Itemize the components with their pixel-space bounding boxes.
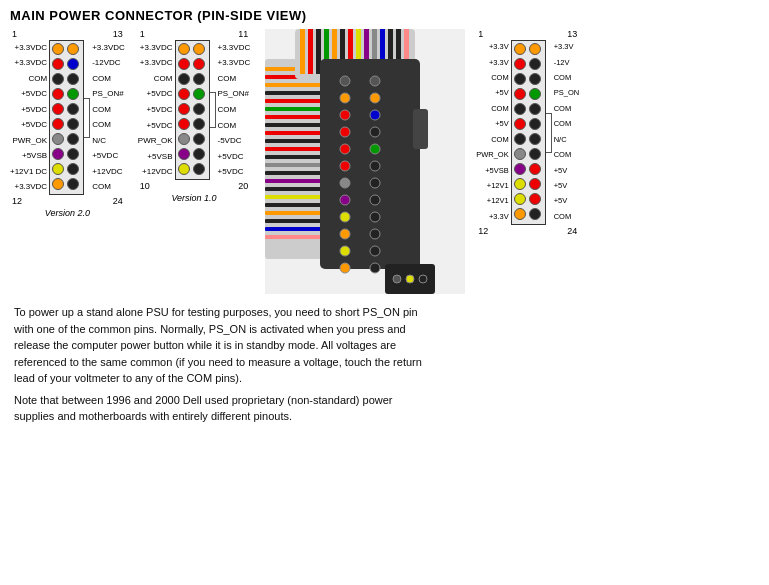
svg-rect-10 — [265, 131, 323, 135]
rp-5-2 — [529, 103, 541, 115]
pin-1-1 — [52, 43, 64, 55]
rp-9-1 — [514, 163, 526, 175]
pin-5-2 — [67, 103, 79, 115]
rp-2-1 — [514, 58, 526, 70]
svg-rect-23 — [265, 235, 323, 239]
v10-pin-7-1 — [178, 133, 190, 145]
v10-pin-1-1 — [178, 43, 190, 55]
rp-2-2 — [529, 58, 541, 70]
svg-point-47 — [340, 178, 350, 188]
v20-right-labels: +3.3VDC -12VDC COM PS_ON# COM COM N/C +5… — [90, 40, 125, 195]
connector-photo-svg — [265, 29, 465, 294]
rp-4-1 — [514, 88, 526, 100]
description-para1: To power up a stand alone PSU for testin… — [14, 304, 434, 387]
diagrams-section: 1 13 +3.3VDC +3.3VDC COM +5VDC +5VDC +5V… — [10, 29, 759, 294]
rp-7-2 — [529, 133, 541, 145]
v20-bot-right-num: 24 — [113, 196, 123, 206]
v20-left-labels: +3.3VDC +3.3VDC COM +5VDC +5VDC +5VDC PW… — [10, 40, 49, 195]
pin-6-2 — [67, 118, 79, 130]
svg-rect-15 — [265, 171, 323, 175]
svg-rect-26 — [308, 29, 313, 74]
v10-pin-1-2 — [193, 43, 205, 55]
right-diagram: 1 13 +3.3V +3.3V COM +5V COM +5V COM PWR… — [476, 29, 579, 236]
svg-point-44 — [340, 127, 350, 137]
svg-point-42 — [340, 93, 350, 103]
svg-rect-12 — [265, 147, 323, 151]
rp-12-2 — [529, 208, 541, 220]
svg-point-64 — [370, 263, 380, 273]
v10-top-left-num: 1 — [140, 29, 145, 39]
v10-pin-5-1 — [178, 103, 190, 115]
svg-rect-5 — [265, 91, 323, 95]
pin-3-1 — [52, 73, 64, 85]
right-right-labels: +3.3V -12V COM PS_ON COM COM N/C COM +5V… — [552, 40, 579, 225]
svg-rect-8 — [265, 115, 323, 119]
svg-rect-11 — [265, 139, 323, 143]
v10-pin-9-2 — [193, 163, 205, 175]
v10-pin-5-2 — [193, 103, 205, 115]
pin-3-2 — [67, 73, 79, 85]
v10-label: Version 1.0 — [171, 193, 216, 203]
svg-point-49 — [340, 212, 350, 222]
main-container: MAIN POWER CONNECTOR (PIN-SIDE VIEW) 1 1… — [0, 0, 769, 585]
svg-point-41 — [340, 76, 350, 86]
svg-rect-25 — [300, 29, 305, 74]
svg-rect-14 — [265, 163, 323, 167]
v10-pin-6-2 — [193, 118, 205, 130]
svg-point-45 — [340, 144, 350, 154]
svg-point-59 — [370, 178, 380, 188]
svg-rect-21 — [265, 219, 323, 223]
svg-point-62 — [370, 229, 380, 239]
v20-top-left-num: 1 — [12, 29, 17, 39]
svg-rect-7 — [265, 107, 323, 111]
description-section: To power up a stand alone PSU for testin… — [10, 304, 759, 425]
rp-9-2 — [529, 163, 541, 175]
rp-12-1 — [514, 208, 526, 220]
rp-10-1 — [514, 178, 526, 190]
right-bot-right-num: 24 — [567, 226, 577, 236]
pin-4-1 — [52, 88, 64, 100]
page-title: MAIN POWER CONNECTOR (PIN-SIDE VIEW) — [10, 8, 759, 23]
svg-rect-19 — [265, 203, 323, 207]
rp-4-2 — [529, 88, 541, 100]
rp-7-1 — [514, 133, 526, 145]
v10-pin-9-1 — [178, 163, 190, 175]
rp-3-1 — [514, 73, 526, 85]
svg-point-53 — [370, 76, 380, 86]
rp-1-2 — [529, 43, 541, 55]
v10-diagram: 1 11 +3.3VDC +3.3VDC COM +5VDC +5VDC +5V… — [138, 29, 250, 203]
v10-pin-8-1 — [178, 148, 190, 160]
v10-right-labels: +3.3VDC +3.3VDC COM PS_ON# COM COM -5VDC… — [216, 40, 251, 180]
svg-point-51 — [340, 246, 350, 256]
svg-point-46 — [340, 161, 350, 171]
svg-point-43 — [340, 110, 350, 120]
svg-point-67 — [406, 275, 414, 283]
v20-diagram: 1 13 +3.3VDC +3.3VDC COM +5VDC +5VDC +5V… — [10, 29, 125, 218]
rp-5-1 — [514, 103, 526, 115]
rp-3-2 — [529, 73, 541, 85]
v10-bot-left-num: 10 — [140, 181, 150, 191]
v10-pin-2-1 — [178, 58, 190, 70]
description-para2: Note that between 1996 and 2000 Dell use… — [14, 392, 434, 425]
pin-4-2 — [67, 88, 79, 100]
rp-6-2 — [529, 118, 541, 130]
connector-photo — [265, 29, 465, 294]
v10-pin-4-2 — [193, 88, 205, 100]
svg-rect-17 — [265, 187, 323, 191]
rp-6-1 — [514, 118, 526, 130]
svg-rect-6 — [265, 99, 323, 103]
svg-point-57 — [370, 144, 380, 154]
right-bot-left-num: 12 — [478, 226, 488, 236]
pin-2-2 — [67, 58, 79, 70]
right-pin-grid — [511, 40, 546, 225]
v10-pin-4-1 — [178, 88, 190, 100]
pin-10-1 — [52, 178, 64, 190]
pin-10-2 — [67, 178, 79, 190]
pin-7-1 — [52, 133, 64, 145]
svg-point-61 — [370, 212, 380, 222]
right-left-labels: +3.3V +3.3V COM +5V COM +5V COM PWR_OK +… — [476, 40, 511, 225]
svg-point-55 — [370, 110, 380, 120]
v20-pin-grid — [49, 40, 84, 195]
v10-pin-3-1 — [178, 73, 190, 85]
svg-point-52 — [340, 263, 350, 273]
